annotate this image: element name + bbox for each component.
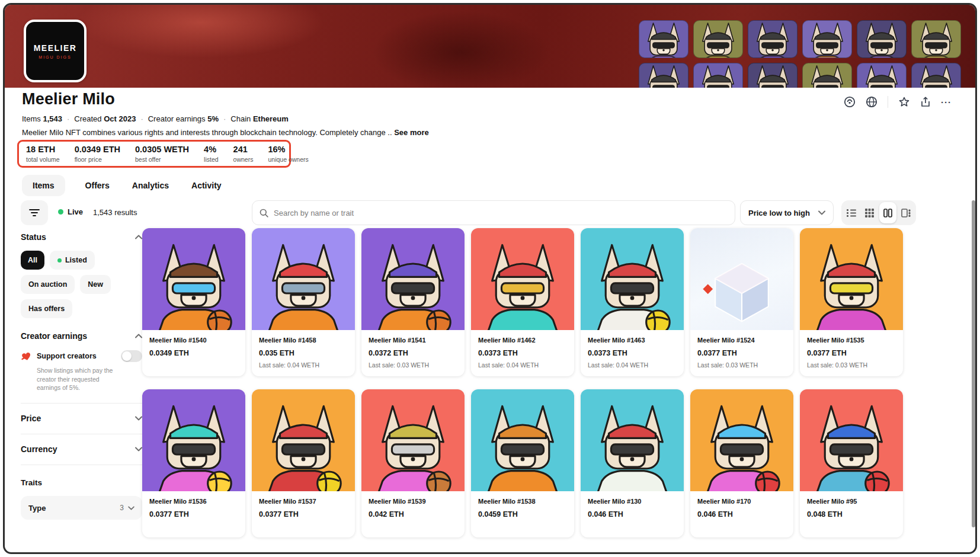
nft-card[interactable]: Meelier Milo #95 0.048 ETH [800, 389, 903, 537]
support-creators-toggle[interactable] [121, 350, 142, 362]
dog-art-icon [639, 21, 688, 58]
nft-card[interactable]: Meelier Milo #1541 0.0372 ETH Last sale:… [361, 228, 465, 376]
nft-price: 0.046 ETH [588, 510, 677, 518]
tab-activity[interactable]: Activity [189, 175, 224, 196]
share-icon[interactable] [920, 96, 931, 108]
scrollbar-thumb[interactable] [972, 200, 975, 527]
nft-image [471, 228, 574, 330]
nft-name: Meelier Milo #1524 [697, 337, 786, 344]
sort-selected-value: Price low to high [748, 209, 810, 217]
trait-type-row[interactable]: Type 3 [21, 496, 142, 520]
view-list-button[interactable] [843, 202, 860, 223]
currency-title: Currency [21, 444, 57, 454]
nft-image [800, 228, 903, 330]
live-label: Live [68, 207, 83, 216]
meta-label: Created [74, 114, 104, 123]
support-creators-description: Show listings which pay the creator thei… [37, 366, 121, 392]
watchlist-star-icon[interactable] [898, 96, 910, 108]
nft-price: 0.048 ETH [807, 510, 896, 518]
status-pill-listed[interactable]: Listed [50, 251, 95, 270]
nft-price: 0.0372 ETH [369, 349, 457, 357]
nft-name: Meelier Milo #1540 [149, 337, 238, 344]
nft-card[interactable]: Meelier Milo #170 0.046 ETH [690, 389, 793, 537]
chevron-down-icon [135, 416, 142, 421]
status-pill-new[interactable]: New [80, 275, 111, 294]
meta-separator: · [223, 114, 226, 123]
search-input[interactable] [274, 209, 728, 217]
creator-earnings-title: Creator earnings [21, 331, 87, 341]
status-pill-has-offers[interactable]: Has offers [21, 299, 72, 318]
collection-actions: ··· [844, 96, 952, 108]
nft-name: Meelier Milo #170 [697, 498, 786, 505]
nft-name: Meelier Milo #1462 [478, 337, 567, 344]
nft-card[interactable]: Meelier Milo #1536 0.0377 ETH [142, 389, 245, 537]
nft-card[interactable]: Meelier Milo #1538 0.0459 ETH [471, 389, 574, 537]
nft-image [581, 228, 684, 330]
logo-text: MEELIER [34, 43, 77, 53]
nft-card[interactable]: Meelier Milo #1458 0.035 ETH Last sale: … [252, 228, 355, 376]
stat-label: floor price [75, 156, 120, 163]
nft-card[interactable]: Meelier Milo #1535 0.0377 ETH Last sale:… [800, 228, 903, 376]
etherscan-icon[interactable] [844, 96, 856, 108]
collection-logo[interactable]: MEELIER MIGU DIGS [24, 20, 87, 82]
traits-title: Traits [21, 478, 142, 487]
nft-image [361, 389, 465, 491]
status-pill-label: On auction [28, 280, 67, 289]
nft-image [581, 389, 684, 491]
nft-card-info: Meelier Milo #170 0.046 ETH [690, 491, 793, 537]
dog-art-icon [803, 21, 851, 58]
see-more-link[interactable]: See more [394, 128, 429, 137]
filter-button[interactable] [21, 200, 48, 225]
status-section-header[interactable]: Status [21, 232, 142, 242]
nft-card[interactable]: Meelier Milo #1539 0.042 ETH [361, 389, 465, 537]
nft-last-sale [149, 523, 238, 530]
status-pill-on-auction[interactable]: On auction [21, 275, 75, 294]
banner-thumbnail [911, 63, 961, 88]
nft-card[interactable]: Meelier Milo #1524 0.0377 ETH Last sale:… [690, 228, 793, 376]
nft-card[interactable]: Meelier Milo #130 0.046 ETH [581, 389, 684, 537]
status-pill-all[interactable]: All [21, 251, 44, 270]
nft-price: 0.0377 ETH [259, 510, 348, 518]
nft-last-sale [588, 523, 677, 530]
stat-label: unique owners [268, 156, 308, 163]
nft-price: 0.0349 ETH [149, 349, 238, 357]
stat-best-offer: 0.0305 WETHbest offer [135, 145, 189, 163]
website-globe-icon[interactable] [866, 96, 877, 108]
currency-section-header[interactable]: Currency [21, 434, 142, 454]
nft-card-info: Meelier Milo #1463 0.0373 ETH Last sale:… [581, 330, 684, 376]
more-menu-icon[interactable]: ··· [941, 97, 952, 107]
actions-divider [888, 96, 888, 108]
tab-offers[interactable]: Offers [83, 175, 112, 196]
nft-name: Meelier Milo #1536 [149, 498, 238, 505]
tab-analytics[interactable]: Analytics [130, 175, 171, 196]
banner-thumbnail [748, 20, 798, 58]
tab-items[interactable]: Items [22, 175, 65, 196]
nft-card[interactable]: Meelier Milo #1462 0.0373 ETH Last sale:… [471, 228, 574, 376]
banner-thumbnail [639, 63, 688, 88]
nft-last-sale: Last sale: 0.04 WETH [259, 361, 348, 369]
stat-value: 18 ETH [26, 145, 60, 155]
collection-meta: Items 1,543·Created Oct 2023·Creator ear… [22, 114, 289, 123]
nft-name: Meelier Milo #1458 [259, 337, 348, 344]
view-gallery-button[interactable] [898, 202, 915, 223]
chevron-up-icon [135, 334, 142, 338]
creator-earnings-section-header[interactable]: Creator earnings [21, 331, 142, 341]
nft-card[interactable]: Meelier Milo #1537 0.0377 ETH [252, 389, 355, 537]
nft-name: Meelier Milo #1541 [369, 337, 457, 344]
page-title: Meelier Milo [22, 90, 115, 108]
nft-card[interactable]: Meelier Milo #1463 0.0373 ETH Last sale:… [581, 228, 684, 376]
view-grid-large-button[interactable] [879, 202, 896, 223]
sort-dropdown[interactable]: Price low to high [740, 200, 834, 225]
nft-name: Meelier Milo #1539 [369, 498, 457, 505]
price-section-header[interactable]: Price [21, 404, 142, 423]
nft-image [142, 389, 245, 491]
dog-art-icon [857, 21, 906, 58]
meta-label: Items [22, 114, 43, 123]
nft-name: Meelier Milo #1537 [259, 498, 348, 505]
banner-thumbnail [857, 63, 907, 88]
nft-image [800, 389, 903, 491]
meta-value: Ethereum [253, 114, 289, 123]
nft-image [690, 228, 793, 330]
view-grid-small-button[interactable] [861, 202, 879, 223]
nft-card[interactable]: Meelier Milo #1540 0.0349 ETH [142, 228, 245, 376]
